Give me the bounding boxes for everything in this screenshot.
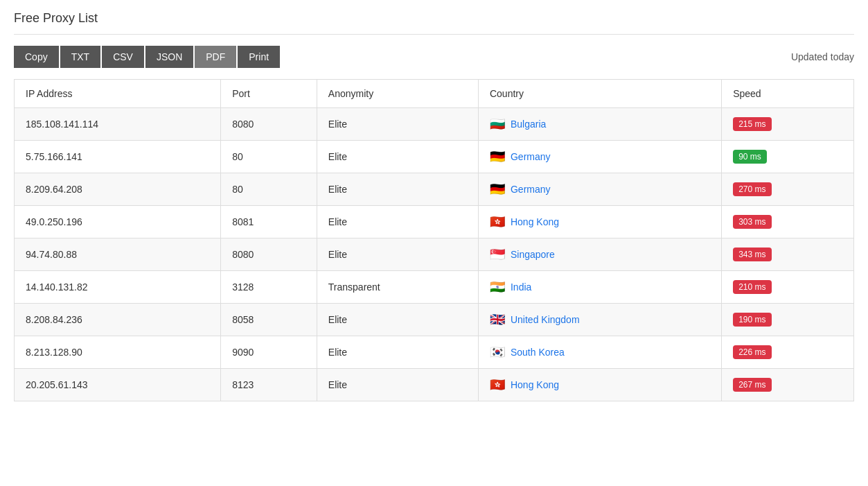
- cell-port: 8058: [221, 304, 317, 336]
- cell-speed: 343 ms: [722, 238, 854, 271]
- cell-anonymity: Transparent: [317, 271, 478, 304]
- cell-ip: 49.0.250.196: [15, 206, 221, 238]
- table-row: 5.75.166.14180Elite🇩🇪Germany90 ms: [15, 141, 854, 173]
- table-body: 185.108.141.1148080Elite🇧🇬Bulgaria215 ms…: [15, 108, 854, 401]
- cell-country: 🇮🇳India: [478, 271, 721, 304]
- cell-port: 9090: [221, 336, 317, 369]
- speed-badge: 210 ms: [733, 280, 771, 294]
- cell-anonymity: Elite: [317, 336, 478, 369]
- country-name: Singapore: [511, 249, 555, 260]
- page-title: Free Proxy List: [14, 11, 854, 35]
- cell-speed: 215 ms: [722, 108, 854, 141]
- cell-port: 80: [221, 141, 317, 173]
- col-header-anonymity: Anonymity: [317, 80, 478, 108]
- cell-country: 🇸🇬Singapore: [478, 238, 721, 271]
- speed-badge: 303 ms: [733, 215, 771, 229]
- cell-port: 8081: [221, 206, 317, 238]
- col-header-speed: Speed: [722, 80, 854, 108]
- table-row: 8.209.64.20880Elite🇩🇪Germany270 ms: [15, 173, 854, 206]
- country-name: Hong Kong: [511, 216, 559, 227]
- country-name: Germany: [511, 184, 551, 195]
- cell-anonymity: Elite: [317, 304, 478, 336]
- table-row: 8.213.128.909090Elite🇰🇷South Korea226 ms: [15, 336, 854, 369]
- updated-text: Updated today: [791, 51, 854, 62]
- speed-badge: 267 ms: [733, 378, 771, 392]
- country-flag-icon: 🇮🇳: [490, 279, 505, 295]
- cell-speed: 303 ms: [722, 206, 854, 238]
- cell-port: 8080: [221, 238, 317, 271]
- cell-speed: 270 ms: [722, 173, 854, 206]
- country-flag-icon: 🇩🇪: [490, 149, 505, 164]
- country-flag-icon: 🇧🇬: [490, 116, 505, 132]
- export-button-group: CopyTXTCSVJSONPDFPrint: [14, 46, 281, 68]
- country-name: United Kingdom: [511, 314, 580, 325]
- cell-port: 8123: [221, 369, 317, 401]
- cell-country: 🇭🇰Hong Kong: [478, 369, 721, 401]
- export-csv-button[interactable]: CSV: [102, 46, 144, 68]
- cell-ip: 5.75.166.141: [15, 141, 221, 173]
- cell-ip: 8.208.84.236: [15, 304, 221, 336]
- cell-speed: 267 ms: [722, 369, 854, 401]
- cell-ip: 8.213.128.90: [15, 336, 221, 369]
- cell-country: 🇬🇧United Kingdom: [478, 304, 721, 336]
- export-copy-button[interactable]: Copy: [14, 46, 59, 68]
- cell-ip: 8.209.64.208: [15, 173, 221, 206]
- country-flag-icon: 🇸🇬: [490, 247, 505, 262]
- country-flag-icon: 🇬🇧: [490, 312, 505, 327]
- country-name: South Korea: [511, 347, 565, 358]
- speed-badge: 90 ms: [733, 150, 767, 164]
- speed-badge: 215 ms: [733, 117, 771, 131]
- cell-speed: 190 ms: [722, 304, 854, 336]
- table-header: IP AddressPortAnonymityCountrySpeed: [15, 80, 854, 108]
- cell-country: 🇧🇬Bulgaria: [478, 108, 721, 141]
- cell-speed: 90 ms: [722, 141, 854, 173]
- country-flag-icon: 🇰🇷: [490, 345, 505, 360]
- country-name: India: [511, 281, 531, 293]
- cell-anonymity: Elite: [317, 141, 478, 173]
- export-pdf-button[interactable]: PDF: [195, 46, 236, 68]
- table-row: 94.74.80.888080Elite🇸🇬Singapore343 ms: [15, 238, 854, 271]
- table-row: 8.208.84.2368058Elite🇬🇧United Kingdom190…: [15, 304, 854, 336]
- cell-port: 8080: [221, 108, 317, 141]
- cell-anonymity: Elite: [317, 206, 478, 238]
- cell-ip: 14.140.131.82: [15, 271, 221, 304]
- cell-port: 80: [221, 173, 317, 206]
- speed-badge: 343 ms: [733, 248, 771, 261]
- cell-ip: 185.108.141.114: [15, 108, 221, 141]
- country-name: Germany: [511, 151, 551, 162]
- page-wrapper: Free Proxy List CopyTXTCSVJSONPDFPrint U…: [0, 0, 868, 413]
- cell-anonymity: Elite: [317, 173, 478, 206]
- proxy-table: IP AddressPortAnonymityCountrySpeed 185.…: [14, 79, 854, 401]
- cell-country: 🇩🇪Germany: [478, 141, 721, 173]
- table-row: 20.205.61.1438123Elite🇭🇰Hong Kong267 ms: [15, 369, 854, 401]
- table-row: 14.140.131.823128Transparent🇮🇳India210 m…: [15, 271, 854, 304]
- country-name: Bulgaria: [511, 119, 546, 130]
- table-row: 49.0.250.1968081Elite🇭🇰Hong Kong303 ms: [15, 206, 854, 238]
- header-row: IP AddressPortAnonymityCountrySpeed: [15, 80, 854, 108]
- toolbar: CopyTXTCSVJSONPDFPrint Updated today: [14, 46, 854, 68]
- cell-anonymity: Elite: [317, 238, 478, 271]
- table-row: 185.108.141.1148080Elite🇧🇬Bulgaria215 ms: [15, 108, 854, 141]
- cell-country: 🇩🇪Germany: [478, 173, 721, 206]
- cell-ip: 20.205.61.143: [15, 369, 221, 401]
- cell-speed: 210 ms: [722, 271, 854, 304]
- speed-badge: 270 ms: [733, 182, 771, 196]
- country-flag-icon: 🇭🇰: [490, 214, 505, 229]
- cell-ip: 94.74.80.88: [15, 238, 221, 271]
- col-header-country: Country: [478, 80, 721, 108]
- speed-badge: 226 ms: [733, 345, 771, 359]
- country-flag-icon: 🇭🇰: [490, 377, 505, 392]
- speed-badge: 190 ms: [733, 313, 771, 327]
- country-name: Hong Kong: [511, 379, 559, 390]
- cell-country: 🇭🇰Hong Kong: [478, 206, 721, 238]
- country-flag-icon: 🇩🇪: [490, 182, 505, 197]
- export-print-button[interactable]: Print: [238, 46, 280, 68]
- cell-anonymity: Elite: [317, 369, 478, 401]
- cell-speed: 226 ms: [722, 336, 854, 369]
- col-header-port: Port: [221, 80, 317, 108]
- col-header-ip-address: IP Address: [15, 80, 221, 108]
- export-json-button[interactable]: JSON: [145, 46, 193, 68]
- cell-country: 🇰🇷South Korea: [478, 336, 721, 369]
- cell-anonymity: Elite: [317, 108, 478, 141]
- export-txt-button[interactable]: TXT: [60, 46, 100, 68]
